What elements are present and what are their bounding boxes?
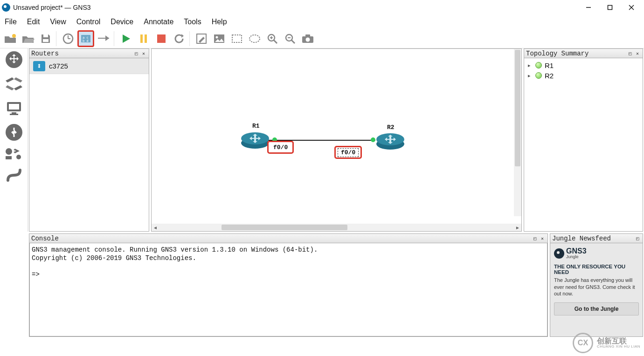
interface-label-r1-text: f0/0	[270, 144, 291, 151]
titlebar: Unsaved project* — GNS3	[0, 0, 644, 15]
interface-label-r2-text: f0/0	[338, 148, 359, 157]
newsfeed-body: GNS3 Jungle THE ONLY RESOURCE YOU NEED T…	[550, 243, 643, 336]
link-endpoint-r2	[371, 137, 375, 142]
scroll-left-icon[interactable]: ◄	[152, 224, 159, 231]
save-project-icon[interactable]	[37, 30, 54, 47]
rectangle-icon[interactable]	[229, 30, 245, 47]
svg-rect-20	[232, 35, 242, 42]
svg-point-19	[216, 36, 218, 38]
svg-point-31	[306, 37, 310, 41]
svg-rect-35	[12, 112, 16, 114]
newsfeed-panel-header: Jungle Newsfeed ◰	[550, 234, 643, 243]
open-project-icon[interactable]	[20, 30, 36, 47]
menu-file[interactable]: File	[5, 18, 17, 26]
switches-category-icon[interactable]	[4, 74, 24, 94]
toolbar: a cb d	[0, 29, 644, 48]
topology-canvas[interactable]: R1 f0/0 R2 f0/0	[152, 49, 521, 224]
topology-item-r1[interactable]: ▸ R1	[525, 60, 642, 70]
undock-icon[interactable]: ◰	[627, 50, 633, 57]
menu-edit[interactable]: Edit	[27, 18, 40, 26]
gns3-jungle-icon	[554, 248, 564, 259]
status-running-icon	[535, 62, 542, 68]
svg-rect-16	[157, 34, 166, 43]
topology-panel-header: Topology Summary ◰ ✕	[524, 49, 643, 58]
start-all-icon[interactable]	[118, 30, 134, 47]
svg-rect-1	[608, 6, 612, 10]
svg-line-23	[274, 40, 277, 43]
console-output[interactable]: GNS3 management console. Running GNS3 ve…	[29, 243, 547, 336]
menu-control[interactable]: Control	[76, 18, 101, 26]
svg-rect-15	[145, 34, 147, 43]
expand-icon[interactable]: ▸	[528, 73, 533, 79]
restart-all-icon[interactable]	[171, 30, 187, 47]
app-icon	[2, 3, 10, 12]
watermark-line2: CHUANG XIN HU LIAN	[597, 345, 640, 349]
routers-list: c3725	[29, 58, 149, 231]
stop-all-icon[interactable]	[153, 30, 170, 47]
window-controls	[578, 0, 642, 14]
routers-panel-title: Routers	[31, 50, 132, 57]
routers-panel: Routers ◰ ✕ c3725	[29, 48, 149, 232]
undock-icon[interactable]: ◰	[634, 235, 641, 242]
watermark: CX 创新互联 CHUANG XIN HU LIAN	[573, 333, 640, 353]
add-link-icon[interactable]	[4, 165, 24, 185]
expand-icon[interactable]: ▸	[528, 62, 533, 68]
console-panel-title: Console	[31, 235, 531, 242]
ellipse-icon[interactable]	[246, 30, 263, 47]
undock-icon[interactable]: ◰	[133, 50, 139, 57]
reload-icon[interactable]	[60, 30, 76, 47]
screenshot-icon[interactable]	[299, 30, 316, 47]
zoom-out-icon[interactable]	[282, 30, 298, 47]
menubar: File Edit View Control Device Annotate T…	[0, 15, 644, 29]
device-toolbar	[0, 48, 28, 232]
router-icon	[33, 61, 45, 71]
menu-device[interactable]: Device	[111, 18, 133, 26]
node-r1-label[interactable]: R1	[252, 123, 260, 130]
newsfeed-logo-text: GNS3	[566, 248, 587, 254]
minimize-button[interactable]	[578, 0, 599, 14]
node-r1-icon[interactable]	[240, 129, 270, 150]
newsfeed-panel: Jungle Newsfeed ◰ GNS3 Jungle THE ONLY R…	[550, 233, 643, 337]
pause-all-icon[interactable]	[135, 30, 152, 47]
svg-rect-36	[10, 114, 18, 115]
all-devices-category-icon[interactable]	[4, 146, 24, 161]
topology-item-r2[interactable]: ▸ R2	[525, 70, 642, 81]
close-button[interactable]	[621, 0, 642, 14]
menu-annotate[interactable]: Annotate	[144, 18, 173, 26]
topology-item-label: R2	[545, 72, 554, 80]
menu-tools[interactable]: Tools	[184, 18, 201, 26]
topology-summary-panel: Topology Summary ◰ ✕ ▸ R1 ▸ R2	[524, 48, 643, 232]
canvas-scrollbar-vertical[interactable]	[514, 49, 521, 216]
console-panel: Console ◰ ✕ GNS3 management console. Run…	[29, 233, 548, 337]
interface-label-r2[interactable]: f0/0	[334, 146, 362, 159]
svg-rect-5	[43, 34, 48, 37]
image-icon[interactable]	[211, 30, 228, 47]
routers-category-icon[interactable]	[4, 49, 24, 70]
new-project-icon[interactable]	[2, 30, 19, 47]
canvas-scrollbar-horizontal[interactable]: ◄ ►	[152, 224, 521, 231]
maximize-button[interactable]	[599, 0, 621, 14]
show-interface-labels-icon[interactable]: a cb d	[77, 30, 94, 47]
go-to-jungle-button[interactable]: Go to the Jungle	[554, 302, 639, 315]
menu-help[interactable]: Help	[212, 18, 227, 26]
zoom-in-icon[interactable]	[264, 30, 281, 47]
scroll-right-icon[interactable]: ►	[514, 224, 521, 231]
svg-text:b d: b d	[83, 39, 89, 43]
undock-icon[interactable]: ◰	[532, 235, 538, 242]
close-icon[interactable]: ✕	[539, 235, 546, 242]
security-devices-category-icon[interactable]	[4, 122, 24, 143]
close-icon[interactable]: ✕	[140, 50, 147, 57]
console-all-icon[interactable]	[95, 30, 112, 47]
svg-point-4	[12, 34, 16, 38]
svg-rect-30	[305, 34, 310, 37]
close-icon[interactable]: ✕	[634, 50, 641, 57]
note-icon[interactable]	[193, 30, 210, 47]
node-r2-icon[interactable]	[375, 130, 405, 151]
interface-label-r1[interactable]: f0/0	[267, 141, 294, 154]
router-template-item[interactable]: c3725	[29, 58, 149, 74]
end-devices-category-icon[interactable]	[4, 98, 24, 118]
menu-view[interactable]: View	[50, 18, 66, 26]
svg-rect-14	[140, 34, 143, 43]
watermark-badge: CX	[573, 333, 593, 353]
svg-point-38	[6, 148, 12, 155]
